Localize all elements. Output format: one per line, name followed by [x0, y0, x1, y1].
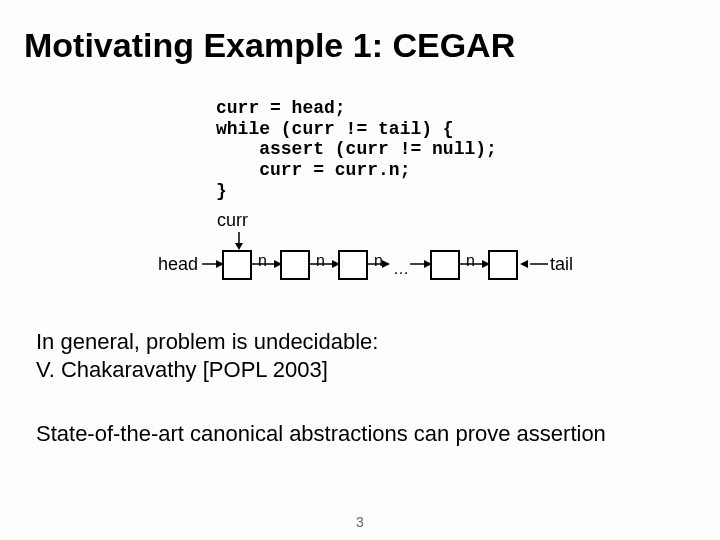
- node-box: [338, 250, 368, 280]
- arrow-icon: [252, 258, 282, 270]
- slide-number: 3: [356, 514, 364, 530]
- curr-arrow-icon: [234, 232, 244, 250]
- svg-marker-9: [382, 260, 390, 268]
- svg-marker-1: [235, 243, 243, 250]
- paragraph-undecidable: In general, problem is undecidable: V. C…: [36, 328, 378, 383]
- arrow-icon: [368, 258, 390, 270]
- svg-marker-15: [520, 260, 528, 268]
- node-box: [222, 250, 252, 280]
- arrow-icon: [310, 258, 340, 270]
- node-box: [430, 250, 460, 280]
- arrow-icon: [460, 258, 490, 270]
- curr-label: curr: [217, 210, 248, 231]
- arrow-icon: [410, 258, 432, 270]
- linked-list-diagram: curr head n n n … n tail: [158, 210, 598, 300]
- arrow-icon: [520, 258, 548, 270]
- code-block: curr = head; while (curr != tail) { asse…: [216, 98, 497, 201]
- text-line: V. Chakaravathy [POPL 2003]: [36, 357, 328, 382]
- ellipsis: …: [393, 260, 409, 278]
- node-box: [280, 250, 310, 280]
- text-line: In general, problem is undecidable:: [36, 329, 378, 354]
- slide-title: Motivating Example 1: CEGAR: [24, 26, 515, 65]
- paragraph-state-of-art: State-of-the-art canonical abstractions …: [36, 420, 686, 448]
- tail-label: tail: [550, 254, 573, 275]
- head-label: head: [158, 254, 198, 275]
- node-box: [488, 250, 518, 280]
- arrow-icon: [202, 258, 224, 270]
